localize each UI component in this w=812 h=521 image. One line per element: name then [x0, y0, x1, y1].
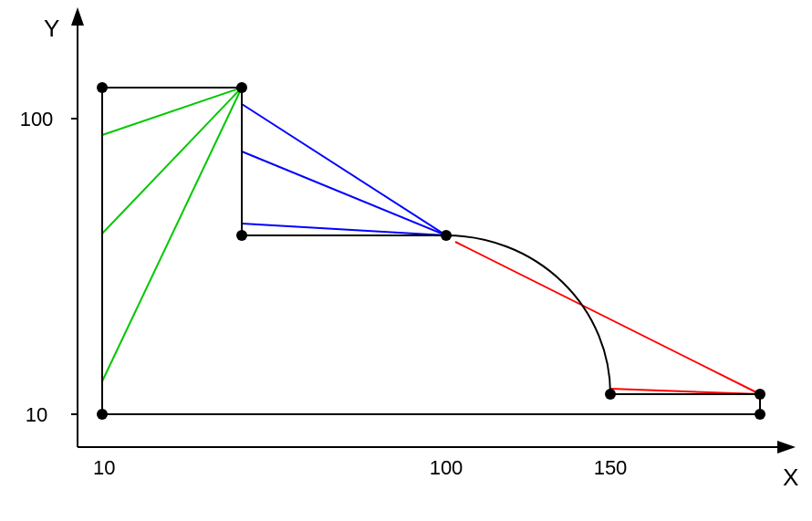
y-axis-arrow-icon	[71, 7, 84, 26]
ray-red-1	[455, 242, 760, 394]
vertex-points	[97, 82, 765, 420]
edge-D-E-arc	[446, 235, 610, 394]
point-B	[755, 409, 765, 420]
point-G	[236, 82, 247, 93]
ray-blue-2	[242, 151, 446, 235]
ray-blue-1	[242, 104, 446, 235]
point-F	[236, 230, 247, 241]
y-axis-label: Y	[44, 15, 59, 42]
ray-green-1	[102, 88, 242, 135]
ray-green-2	[102, 88, 242, 234]
y-tick-label-10: 10	[26, 403, 47, 426]
rays-red	[455, 242, 760, 394]
point-D	[605, 389, 616, 400]
point-E	[441, 230, 452, 241]
x-tick-label-10: 10	[93, 456, 115, 479]
x-axis-arrow-icon	[777, 441, 796, 453]
y-tick-label-100: 100	[20, 108, 54, 130]
ray-green-3	[102, 88, 242, 381]
x-tick-label-100: 100	[430, 456, 463, 479]
ray-blue-3	[242, 224, 446, 235]
point-H	[97, 82, 108, 93]
point-A	[97, 409, 108, 420]
x-axis-label: X	[783, 464, 798, 491]
x-tick-label-150: 150	[594, 456, 628, 479]
rays-green	[102, 88, 242, 381]
point-C	[755, 389, 765, 400]
rays-blue	[242, 104, 446, 235]
diagram-canvas: Y X 10 100 150 10 100	[0, 0, 812, 521]
figure-outline	[102, 88, 760, 414]
axes: Y X 10 100 150 10 100	[20, 7, 799, 491]
